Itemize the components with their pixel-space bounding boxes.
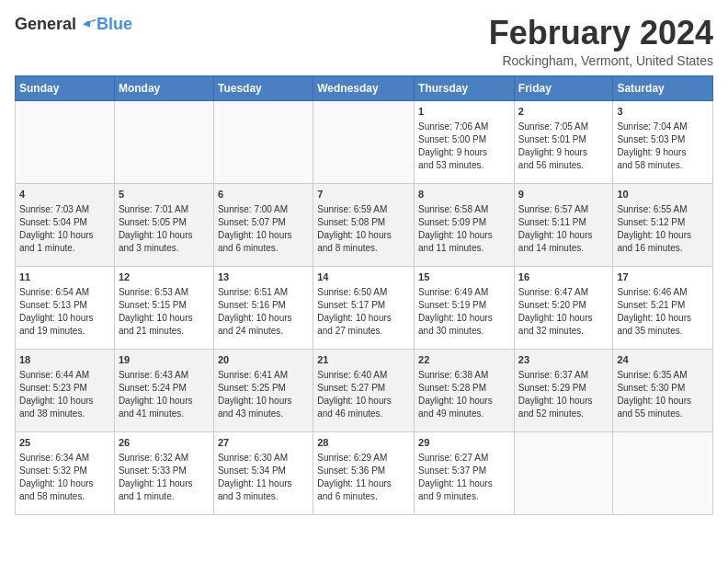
day-number: 16 bbox=[518, 270, 609, 284]
day-content-line: Sunset: 5:03 PM bbox=[617, 133, 709, 146]
day-content-line: Sunrise: 7:04 AM bbox=[617, 121, 709, 133]
day-content-line: Daylight: 10 hours bbox=[617, 312, 709, 325]
day-content-line: Sunset: 5:30 PM bbox=[617, 382, 709, 395]
month-title: February 2024 bbox=[489, 15, 713, 52]
calendar-cell: 26Sunrise: 6:32 AMSunset: 5:33 PMDayligh… bbox=[114, 431, 213, 514]
day-content-line: and 46 minutes. bbox=[317, 408, 410, 420]
day-content-line: Daylight: 9 hours bbox=[617, 146, 709, 159]
calendar-cell: 24Sunrise: 6:35 AMSunset: 5:30 PMDayligh… bbox=[613, 349, 713, 431]
day-number: 19 bbox=[119, 353, 210, 367]
day-content-line: Daylight: 10 hours bbox=[218, 395, 309, 408]
day-content-line: Daylight: 10 hours bbox=[218, 312, 309, 325]
day-number: 28 bbox=[317, 436, 410, 450]
day-number: 14 bbox=[317, 270, 410, 284]
day-number: 1 bbox=[418, 105, 510, 119]
day-content-line: Daylight: 10 hours bbox=[317, 229, 410, 242]
day-content-line: and 3 minutes. bbox=[218, 490, 309, 503]
day-content-line: Sunset: 5:08 PM bbox=[317, 216, 410, 229]
day-content-line: Sunrise: 6:59 AM bbox=[317, 203, 410, 216]
calendar-cell: 23Sunrise: 6:37 AMSunset: 5:29 PMDayligh… bbox=[514, 349, 613, 431]
day-content-line: Sunset: 5:36 PM bbox=[317, 465, 410, 477]
calendar-cell: 5Sunrise: 7:01 AMSunset: 5:05 PMDaylight… bbox=[114, 183, 213, 266]
day-number: 2 bbox=[518, 105, 609, 119]
day-content-line: Sunset: 5:34 PM bbox=[218, 465, 309, 477]
calendar-cell bbox=[114, 100, 213, 183]
calendar-cell: 29Sunrise: 6:27 AMSunset: 5:37 PMDayligh… bbox=[415, 431, 515, 514]
calendar-cell: 1Sunrise: 7:06 AMSunset: 5:00 PMDaylight… bbox=[415, 100, 515, 183]
day-number: 20 bbox=[218, 353, 309, 367]
day-content-line: Sunrise: 6:51 AM bbox=[218, 286, 309, 299]
day-content-line: Sunset: 5:09 PM bbox=[418, 216, 510, 229]
calendar-cell bbox=[613, 431, 713, 514]
day-content-line: Daylight: 10 hours bbox=[19, 312, 110, 325]
day-number: 23 bbox=[518, 353, 609, 367]
calendar-cell: 16Sunrise: 6:47 AMSunset: 5:20 PMDayligh… bbox=[514, 266, 613, 349]
day-content-line: Sunrise: 6:58 AM bbox=[418, 203, 510, 216]
day-content-line: Sunset: 5:32 PM bbox=[19, 465, 110, 477]
calendar-cell: 20Sunrise: 6:41 AMSunset: 5:25 PMDayligh… bbox=[213, 349, 313, 431]
day-content-line: Sunset: 5:20 PM bbox=[518, 299, 609, 312]
logo-bird-icon bbox=[78, 16, 97, 34]
title-block: February 2024 Rockingham, Vermont, Unite… bbox=[489, 15, 713, 68]
day-content-line: and 11 minutes. bbox=[418, 242, 510, 255]
day-content-line: Daylight: 9 hours bbox=[518, 146, 609, 159]
weekday-header-saturday: Saturday bbox=[613, 75, 713, 100]
day-content-line: and 1 minute. bbox=[19, 242, 110, 255]
day-content-line: Sunrise: 6:55 AM bbox=[617, 203, 709, 216]
calendar-week-row: 18Sunrise: 6:44 AMSunset: 5:23 PMDayligh… bbox=[16, 349, 713, 431]
weekday-header-friday: Friday bbox=[514, 75, 613, 100]
calendar-cell bbox=[313, 100, 415, 183]
calendar-cell: 17Sunrise: 6:46 AMSunset: 5:21 PMDayligh… bbox=[613, 266, 713, 349]
weekday-header-thursday: Thursday bbox=[415, 75, 515, 100]
day-content-line: Daylight: 11 hours bbox=[119, 477, 210, 490]
day-number: 13 bbox=[218, 270, 309, 284]
day-content-line: Daylight: 10 hours bbox=[19, 477, 110, 490]
day-content-line: and 6 minutes. bbox=[317, 490, 410, 503]
day-content-line: Sunset: 5:17 PM bbox=[317, 299, 410, 312]
day-content-line: Daylight: 10 hours bbox=[119, 229, 210, 242]
day-content-line: Sunrise: 6:34 AM bbox=[19, 452, 110, 465]
calendar-cell: 3Sunrise: 7:04 AMSunset: 5:03 PMDaylight… bbox=[613, 100, 713, 183]
logo: General Blue bbox=[15, 15, 132, 34]
day-content-line: Sunrise: 6:49 AM bbox=[418, 286, 510, 299]
calendar-cell: 18Sunrise: 6:44 AMSunset: 5:23 PMDayligh… bbox=[16, 349, 115, 431]
day-number: 26 bbox=[119, 436, 210, 450]
day-content-line: Sunrise: 6:53 AM bbox=[119, 286, 210, 299]
day-content-line: Daylight: 10 hours bbox=[19, 229, 110, 242]
day-content-line: Sunrise: 6:41 AM bbox=[218, 369, 309, 382]
day-number: 6 bbox=[218, 188, 309, 201]
day-content-line: and 58 minutes. bbox=[19, 490, 110, 503]
day-content-line: Daylight: 10 hours bbox=[19, 395, 110, 408]
day-content-line: Sunrise: 6:43 AM bbox=[119, 369, 210, 382]
calendar-week-row: 25Sunrise: 6:34 AMSunset: 5:32 PMDayligh… bbox=[16, 431, 713, 514]
day-content-line: Sunset: 5:16 PM bbox=[218, 299, 309, 312]
day-content-line: Sunrise: 6:27 AM bbox=[418, 452, 510, 465]
logo-blue-text: Blue bbox=[97, 15, 132, 34]
day-content-line: Sunrise: 6:35 AM bbox=[617, 369, 709, 382]
day-content-line: Sunset: 5:21 PM bbox=[617, 299, 709, 312]
day-content-line: Sunrise: 7:03 AM bbox=[19, 203, 110, 216]
day-content-line: and 9 minutes. bbox=[418, 490, 510, 503]
day-content-line: and 24 minutes. bbox=[218, 325, 309, 338]
calendar-cell bbox=[16, 100, 115, 183]
day-content-line: and 38 minutes. bbox=[19, 408, 110, 420]
logo-general-text: General bbox=[15, 15, 76, 34]
day-content-line: and 55 minutes. bbox=[617, 408, 709, 420]
weekday-header-wednesday: Wednesday bbox=[313, 75, 415, 100]
day-number: 12 bbox=[119, 270, 210, 284]
calendar-cell: 15Sunrise: 6:49 AMSunset: 5:19 PMDayligh… bbox=[415, 266, 515, 349]
calendar-week-row: 4Sunrise: 7:03 AMSunset: 5:04 PMDaylight… bbox=[16, 183, 713, 266]
weekday-header-sunday: Sunday bbox=[16, 75, 115, 100]
day-content-line: and 53 minutes. bbox=[418, 159, 510, 172]
day-content-line: and 3 minutes. bbox=[119, 242, 210, 255]
calendar-cell: 10Sunrise: 6:55 AMSunset: 5:12 PMDayligh… bbox=[613, 183, 713, 266]
day-content-line: and 52 minutes. bbox=[518, 408, 609, 420]
day-content-line: and 49 minutes. bbox=[418, 408, 510, 420]
day-content-line: Sunset: 5:19 PM bbox=[418, 299, 510, 312]
day-content-line: Sunrise: 6:57 AM bbox=[518, 203, 609, 216]
day-number: 29 bbox=[418, 436, 510, 450]
day-content-line: and 58 minutes. bbox=[617, 159, 709, 172]
day-content-line: Sunset: 5:23 PM bbox=[19, 382, 110, 395]
day-content-line: Sunset: 5:04 PM bbox=[19, 216, 110, 229]
calendar-table: SundayMondayTuesdayWednesdayThursdayFrid… bbox=[15, 75, 713, 515]
